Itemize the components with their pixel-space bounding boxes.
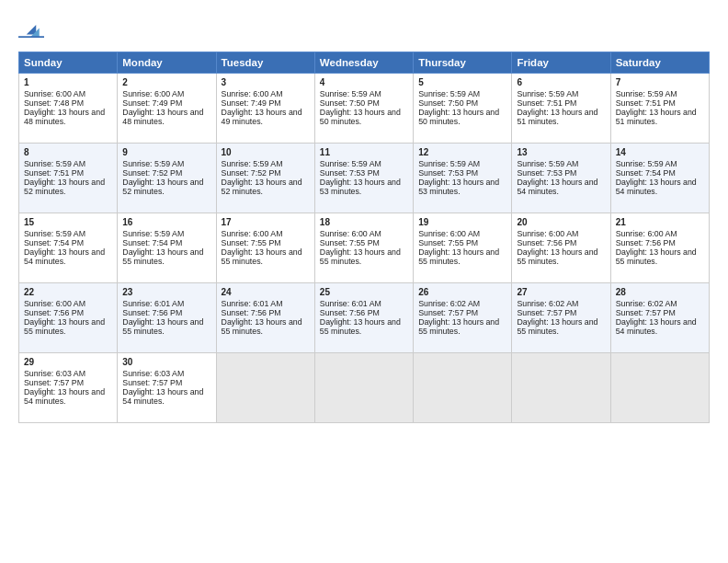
sunrise-text: Sunrise: 6:01 AM bbox=[320, 299, 408, 308]
sunset-text: Sunset: 7:57 PM bbox=[517, 308, 605, 317]
sunrise-text: Sunrise: 5:59 AM bbox=[418, 159, 506, 168]
calendar-week-4: 22Sunrise: 6:00 AMSunset: 7:56 PMDayligh… bbox=[19, 283, 710, 353]
day-number: 25 bbox=[320, 287, 408, 297]
daylight-text: Daylight: 13 hours and 54 minutes. bbox=[24, 247, 112, 266]
daylight-text: Daylight: 13 hours and 50 minutes. bbox=[418, 108, 506, 126]
sunset-text: Sunset: 7:55 PM bbox=[222, 238, 310, 247]
calendar-cell bbox=[414, 353, 512, 423]
daylight-text: Daylight: 13 hours and 50 minutes. bbox=[320, 108, 408, 126]
calendar-cell: 12Sunrise: 5:59 AMSunset: 7:53 PMDayligh… bbox=[414, 144, 512, 213]
calendar-cell: 13Sunrise: 5:59 AMSunset: 7:53 PMDayligh… bbox=[512, 144, 610, 213]
daylight-text: Daylight: 13 hours and 54 minutes. bbox=[24, 387, 112, 406]
daylight-text: Daylight: 13 hours and 55 minutes. bbox=[122, 247, 210, 266]
day-number: 8 bbox=[24, 147, 112, 157]
sunset-text: Sunset: 7:55 PM bbox=[418, 238, 506, 247]
calendar-cell: 6Sunrise: 5:59 AMSunset: 7:51 PMDaylight… bbox=[512, 74, 610, 144]
day-number: 12 bbox=[418, 147, 506, 157]
header-monday: Monday bbox=[118, 52, 216, 74]
day-number: 28 bbox=[616, 287, 704, 297]
calendar-header-row: SundayMondayTuesdayWednesdayThursdayFrid… bbox=[19, 52, 710, 74]
calendar-cell: 7Sunrise: 5:59 AMSunset: 7:51 PMDaylight… bbox=[610, 74, 709, 144]
sunrise-text: Sunrise: 6:00 AM bbox=[122, 89, 210, 98]
daylight-text: Daylight: 13 hours and 53 minutes. bbox=[418, 178, 506, 196]
day-number: 21 bbox=[616, 217, 704, 227]
daylight-text: Daylight: 13 hours and 48 minutes. bbox=[122, 108, 210, 126]
sunrise-text: Sunrise: 6:02 AM bbox=[616, 299, 704, 308]
calendar-cell bbox=[610, 353, 709, 423]
daylight-text: Daylight: 13 hours and 51 minutes. bbox=[517, 108, 605, 126]
sunset-text: Sunset: 7:53 PM bbox=[320, 168, 408, 178]
calendar-cell: 10Sunrise: 5:59 AMSunset: 7:52 PMDayligh… bbox=[216, 144, 314, 213]
calendar-cell: 9Sunrise: 5:59 AMSunset: 7:52 PMDaylight… bbox=[118, 144, 216, 213]
sunrise-text: Sunrise: 6:01 AM bbox=[222, 299, 310, 308]
sunset-text: Sunset: 7:52 PM bbox=[222, 168, 310, 178]
calendar-cell: 3Sunrise: 6:00 AMSunset: 7:49 PMDaylight… bbox=[216, 74, 314, 144]
day-number: 10 bbox=[222, 147, 310, 157]
calendar-cell: 8Sunrise: 5:59 AMSunset: 7:51 PMDaylight… bbox=[19, 144, 118, 213]
sunrise-text: Sunrise: 6:02 AM bbox=[418, 299, 506, 308]
sunrise-text: Sunrise: 6:00 AM bbox=[24, 89, 112, 98]
sunrise-text: Sunrise: 5:59 AM bbox=[24, 229, 112, 238]
sunset-text: Sunset: 7:54 PM bbox=[616, 168, 704, 178]
daylight-text: Daylight: 13 hours and 55 minutes. bbox=[122, 317, 210, 336]
sunset-text: Sunset: 7:49 PM bbox=[122, 98, 210, 108]
day-number: 18 bbox=[320, 217, 408, 227]
calendar-cell: 27Sunrise: 6:02 AMSunset: 7:57 PMDayligh… bbox=[512, 283, 610, 353]
sunrise-text: Sunrise: 6:00 AM bbox=[222, 229, 310, 238]
daylight-text: Daylight: 13 hours and 55 minutes. bbox=[517, 247, 605, 266]
daylight-text: Daylight: 13 hours and 55 minutes. bbox=[517, 317, 605, 336]
calendar-cell: 4Sunrise: 5:59 AMSunset: 7:50 PMDaylight… bbox=[314, 74, 413, 144]
header-tuesday: Tuesday bbox=[216, 52, 314, 74]
day-number: 19 bbox=[418, 217, 506, 227]
sunrise-text: Sunrise: 5:59 AM bbox=[320, 159, 408, 168]
sunrise-text: Sunrise: 6:00 AM bbox=[616, 229, 704, 238]
sunrise-text: Sunrise: 5:59 AM bbox=[122, 229, 210, 238]
calendar-cell: 18Sunrise: 6:00 AMSunset: 7:55 PMDayligh… bbox=[314, 213, 413, 283]
sunrise-text: Sunrise: 5:59 AM bbox=[517, 89, 605, 98]
sunset-text: Sunset: 7:56 PM bbox=[122, 308, 210, 317]
calendar-page: SundayMondayTuesdayWednesdayThursdayFrid… bbox=[0, 0, 728, 563]
calendar-cell: 29Sunrise: 6:03 AMSunset: 7:57 PMDayligh… bbox=[19, 353, 118, 423]
calendar-cell bbox=[512, 353, 610, 423]
daylight-text: Daylight: 13 hours and 53 minutes. bbox=[320, 178, 408, 196]
sunset-text: Sunset: 7:50 PM bbox=[418, 98, 506, 108]
sunrise-text: Sunrise: 6:02 AM bbox=[517, 299, 605, 308]
sunset-text: Sunset: 7:55 PM bbox=[320, 238, 408, 247]
calendar-cell bbox=[314, 353, 413, 423]
day-number: 22 bbox=[24, 287, 112, 297]
calendar-cell: 15Sunrise: 5:59 AMSunset: 7:54 PMDayligh… bbox=[19, 213, 118, 283]
calendar-table: SundayMondayTuesdayWednesdayThursdayFrid… bbox=[18, 52, 710, 423]
daylight-text: Daylight: 13 hours and 52 minutes. bbox=[122, 178, 210, 196]
daylight-text: Daylight: 13 hours and 48 minutes. bbox=[24, 108, 112, 126]
calendar-cell: 19Sunrise: 6:00 AMSunset: 7:55 PMDayligh… bbox=[414, 213, 512, 283]
day-number: 7 bbox=[616, 77, 704, 87]
daylight-text: Daylight: 13 hours and 55 minutes. bbox=[320, 247, 408, 266]
day-number: 24 bbox=[222, 287, 310, 297]
header-wednesday: Wednesday bbox=[314, 52, 413, 74]
daylight-text: Daylight: 13 hours and 55 minutes. bbox=[418, 317, 506, 336]
sunrise-text: Sunrise: 6:03 AM bbox=[24, 369, 112, 378]
calendar-cell: 14Sunrise: 5:59 AMSunset: 7:54 PMDayligh… bbox=[610, 144, 709, 213]
header-sunday: Sunday bbox=[19, 52, 118, 74]
sunrise-text: Sunrise: 6:00 AM bbox=[222, 89, 310, 98]
sunset-text: Sunset: 7:56 PM bbox=[320, 308, 408, 317]
sunset-text: Sunset: 7:50 PM bbox=[320, 98, 408, 108]
daylight-text: Daylight: 13 hours and 54 minutes. bbox=[616, 178, 704, 196]
day-number: 30 bbox=[122, 357, 210, 367]
calendar-cell: 16Sunrise: 5:59 AMSunset: 7:54 PMDayligh… bbox=[118, 213, 216, 283]
daylight-text: Daylight: 13 hours and 55 minutes. bbox=[616, 247, 704, 266]
daylight-text: Daylight: 13 hours and 51 minutes. bbox=[616, 108, 704, 126]
calendar-cell: 11Sunrise: 5:59 AMSunset: 7:53 PMDayligh… bbox=[314, 144, 413, 213]
calendar-cell: 2Sunrise: 6:00 AMSunset: 7:49 PMDaylight… bbox=[118, 74, 216, 144]
daylight-text: Daylight: 13 hours and 49 minutes. bbox=[222, 108, 310, 126]
calendar-cell: 17Sunrise: 6:00 AMSunset: 7:55 PMDayligh… bbox=[216, 213, 314, 283]
calendar-cell: 22Sunrise: 6:00 AMSunset: 7:56 PMDayligh… bbox=[19, 283, 118, 353]
header-friday: Friday bbox=[512, 52, 610, 74]
header-saturday: Saturday bbox=[610, 52, 709, 74]
daylight-text: Daylight: 13 hours and 52 minutes. bbox=[222, 178, 310, 196]
daylight-text: Daylight: 13 hours and 52 minutes. bbox=[24, 178, 112, 196]
calendar-week-5: 29Sunrise: 6:03 AMSunset: 7:57 PMDayligh… bbox=[19, 353, 710, 423]
day-number: 27 bbox=[517, 287, 605, 297]
sunset-text: Sunset: 7:56 PM bbox=[517, 238, 605, 247]
day-number: 15 bbox=[24, 217, 112, 227]
